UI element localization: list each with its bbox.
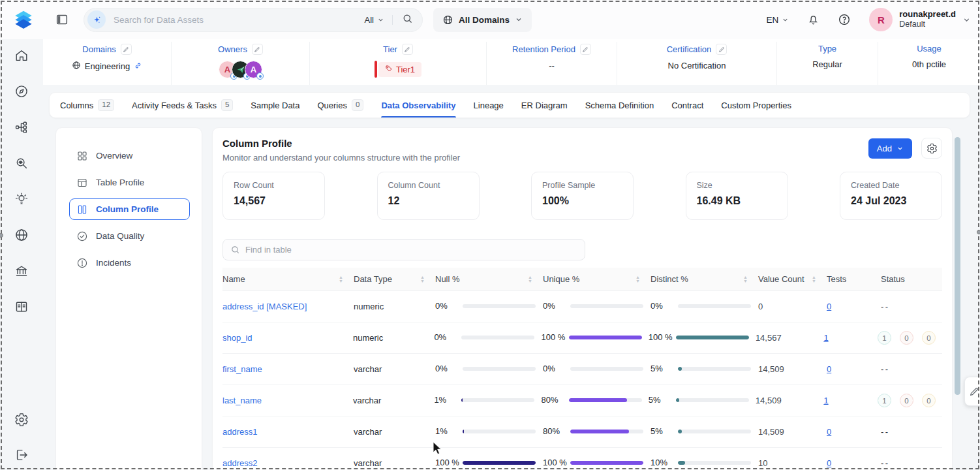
home-icon[interactable] bbox=[14, 48, 29, 63]
tab-label: Queries bbox=[317, 101, 347, 110]
tests-count-link[interactable]: 1 bbox=[823, 333, 828, 343]
owner-avatar[interactable]: A bbox=[245, 61, 262, 78]
edit-icon[interactable] bbox=[716, 44, 727, 55]
column-header-unique-[interactable]: Unique %▲▼ bbox=[543, 274, 651, 284]
search-scope-dropdown[interactable]: All bbox=[365, 15, 393, 25]
domains-icon[interactable] bbox=[14, 228, 29, 242]
sidebar-item-overview[interactable]: Overview bbox=[69, 145, 190, 166]
tier-value[interactable]: Tier1 bbox=[375, 61, 421, 78]
summary-label[interactable]: Tier bbox=[383, 44, 397, 54]
tab-data-observability[interactable]: Data Observability bbox=[381, 93, 455, 118]
percent-label: 100 % bbox=[649, 332, 676, 343]
stat-label: Created Date bbox=[851, 181, 931, 190]
sort-icon[interactable]: ▲▼ bbox=[812, 275, 816, 283]
percent-label: 80% bbox=[542, 395, 569, 406]
lineage-icon[interactable] bbox=[14, 120, 29, 134]
column-name-link[interactable]: shop_id bbox=[222, 333, 253, 343]
tests-count-link[interactable]: 0 bbox=[827, 458, 831, 468]
sidebar-item-column-profile[interactable]: Column Profile bbox=[69, 198, 190, 220]
tab-activity-feeds-tasks[interactable]: Activity Feeds & Tasks5 bbox=[132, 93, 233, 118]
openmetadata-logo-icon[interactable] bbox=[9, 5, 38, 34]
table-row: shop_idnumeric0%100 %100 %14,5671100 bbox=[222, 322, 942, 354]
edit-icon[interactable] bbox=[580, 44, 591, 55]
tier-pill[interactable]: Tier1 bbox=[378, 62, 421, 77]
column-name-link[interactable]: address2 bbox=[222, 458, 257, 468]
find-in-table-input[interactable]: Find in table bbox=[222, 239, 585, 260]
sidebar-item-data-quality[interactable]: Data Quality bbox=[69, 225, 190, 247]
column-header-data-type[interactable]: Data Type▲▼ bbox=[354, 274, 435, 284]
annotation-edge-widget[interactable] bbox=[964, 377, 980, 406]
help-icon[interactable] bbox=[838, 13, 851, 26]
value-count: 10 bbox=[758, 458, 767, 468]
stat-label: Row Count bbox=[234, 181, 314, 190]
tab-custom-properties[interactable]: Custom Properties bbox=[721, 93, 791, 118]
sort-icon[interactable]: ▲▼ bbox=[528, 275, 532, 283]
edit-icon[interactable] bbox=[402, 44, 413, 55]
tier-label: Tier1 bbox=[396, 65, 415, 74]
column-header-label: Status bbox=[881, 274, 905, 284]
sort-icon[interactable]: ▲▼ bbox=[743, 275, 748, 283]
percent-label: 5% bbox=[651, 364, 678, 375]
sort-icon[interactable]: ▲▼ bbox=[420, 275, 425, 283]
column-name-link[interactable]: first_name bbox=[222, 364, 262, 374]
tab-columns[interactable]: Columns12 bbox=[60, 93, 114, 118]
sort-icon[interactable]: ▲▼ bbox=[635, 275, 640, 283]
ai-sparkle-icon[interactable] bbox=[87, 10, 106, 29]
summary-label[interactable]: Certification bbox=[667, 44, 712, 54]
column-header-name[interactable]: Name▲▼ bbox=[222, 274, 354, 284]
data-quality-icon bbox=[76, 230, 88, 242]
search-icon[interactable] bbox=[402, 13, 413, 26]
owners-avatars[interactable]: AA bbox=[219, 61, 262, 78]
settings-icon[interactable] bbox=[14, 413, 29, 427]
all-domains-dropdown[interactable]: All Domains bbox=[433, 8, 532, 32]
sidebar-toggle-icon[interactable] bbox=[55, 12, 69, 27]
column-header-distinct-[interactable]: Distinct %▲▼ bbox=[651, 274, 758, 284]
summary-label[interactable]: Domains bbox=[82, 44, 115, 54]
unique-percent-cell: 0% bbox=[543, 301, 643, 312]
explore-icon[interactable] bbox=[14, 84, 29, 99]
add-button[interactable]: Add bbox=[868, 138, 912, 159]
column-header-value-count[interactable]: Value Count▲▼ bbox=[758, 274, 827, 284]
summary-label[interactable]: Usage bbox=[917, 44, 942, 54]
edit-icon[interactable] bbox=[252, 44, 263, 55]
vertical-scrollbar[interactable] bbox=[955, 137, 960, 395]
insights-icon[interactable] bbox=[14, 192, 29, 206]
logout-icon[interactable] bbox=[14, 448, 29, 462]
global-search-input[interactable]: Search for Data Assets All bbox=[84, 8, 423, 32]
tab-label: Custom Properties bbox=[721, 101, 791, 110]
tab-contract[interactable]: Contract bbox=[671, 93, 703, 118]
sidebar-item-table-profile[interactable]: Table Profile bbox=[69, 172, 190, 193]
selection-handle-right[interactable] bbox=[977, 230, 980, 234]
tab-queries[interactable]: Queries0 bbox=[317, 93, 363, 118]
tests-count-link[interactable]: 0 bbox=[827, 302, 831, 311]
tab-sample-data[interactable]: Sample Data bbox=[251, 93, 299, 118]
govern-icon[interactable] bbox=[14, 264, 29, 278]
tests-count-link[interactable]: 0 bbox=[827, 427, 831, 437]
entity-tabs: Columns12Activity Feeds & Tasks5Sample D… bbox=[49, 92, 970, 118]
column-name-link[interactable]: address1 bbox=[222, 427, 257, 437]
language-dropdown[interactable]: EN bbox=[767, 15, 789, 25]
summary-label[interactable]: Retention Period bbox=[512, 44, 575, 54]
tab-er-diagram[interactable]: ER Diagram bbox=[521, 93, 568, 118]
progress-bar bbox=[463, 430, 536, 433]
glossary-icon[interactable] bbox=[14, 300, 29, 314]
profiler-settings-button[interactable] bbox=[921, 138, 942, 159]
column-name-link[interactable]: last_name bbox=[222, 396, 262, 405]
user-profile-dropdown[interactable]: R rounakpreet.d Default bbox=[869, 8, 971, 31]
link-icon[interactable] bbox=[134, 61, 142, 72]
notifications-bell-icon[interactable] bbox=[807, 14, 819, 26]
percent-label: 0% bbox=[435, 364, 463, 375]
tab-lineage[interactable]: Lineage bbox=[474, 93, 504, 118]
sort-icon[interactable]: ▲▼ bbox=[339, 275, 343, 283]
edit-icon[interactable] bbox=[121, 44, 132, 55]
observability-icon[interactable] bbox=[14, 156, 29, 170]
column-name-link[interactable]: address_id [MASKED] bbox=[222, 302, 307, 311]
tab-schema-definition[interactable]: Schema Definition bbox=[585, 93, 654, 118]
summary-label[interactable]: Type bbox=[818, 44, 836, 54]
domain-link[interactable]: Engineering bbox=[85, 61, 130, 71]
summary-label[interactable]: Owners bbox=[218, 44, 247, 54]
column-header-null-[interactable]: Null %▲▼ bbox=[435, 274, 543, 284]
tests-count-link[interactable]: 1 bbox=[823, 396, 828, 405]
sidebar-item-incidents[interactable]: Incidents bbox=[69, 252, 190, 274]
tests-count-link[interactable]: 0 bbox=[827, 364, 831, 374]
